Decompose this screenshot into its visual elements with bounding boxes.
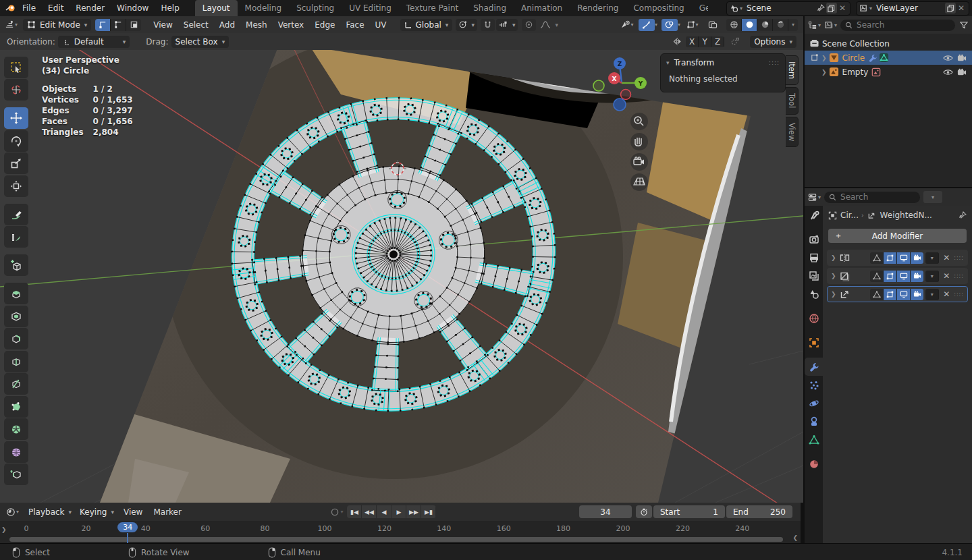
mesh-edit-overlays-dropdown[interactable]: ▾ — [684, 19, 701, 31]
object-name[interactable]: Empty — [842, 67, 869, 77]
tool-smooth[interactable] — [4, 441, 28, 463]
show-in-render-toggle[interactable] — [911, 252, 923, 264]
drag-dropdown[interactable]: Select Box▾ — [171, 36, 230, 48]
mode-selector[interactable]: Edit Mode▾ — [23, 19, 91, 31]
workspace-tab-animation[interactable]: Animation — [514, 0, 570, 16]
collapse-chevron-icon[interactable]: ▾ — [666, 59, 670, 66]
show-in-viewport-toggle[interactable] — [897, 252, 911, 264]
workspace-tab-shading[interactable]: Shading — [466, 0, 514, 16]
filter-icon[interactable] — [959, 20, 969, 30]
show-gizmo-toggle[interactable] — [639, 19, 655, 31]
new-scene-icon[interactable] — [826, 3, 837, 13]
new-viewlayer-icon[interactable] — [945, 3, 956, 13]
viewport-menu-edge[interactable]: Edge — [309, 20, 340, 30]
timeline-expand-arrow[interactable]: ❯ — [1, 526, 7, 533]
properties-tab-scene[interactable] — [805, 285, 823, 303]
show-overlays-toggle[interactable] — [662, 19, 678, 31]
show-in-render-toggle[interactable] — [911, 271, 923, 282]
workspace-tab-rendering[interactable]: Rendering — [570, 0, 626, 16]
pivot-point-dropdown[interactable]: ▾ — [456, 19, 477, 31]
timeline-scrollbar[interactable] — [9, 537, 783, 542]
tool-add-cube[interactable] — [4, 254, 28, 276]
shading-dropdown[interactable]: ▾ — [788, 19, 798, 31]
modifier-extras-dropdown[interactable]: ▾ — [925, 252, 939, 264]
delete-modifier-icon[interactable]: ✕ — [941, 289, 952, 300]
next-keyframe-button[interactable]: ▶▶ — [406, 505, 421, 518]
use-preview-range-icon[interactable] — [636, 505, 652, 518]
properties-tab-constraints[interactable] — [805, 412, 823, 430]
timeline-marker-menu[interactable]: Marker — [148, 507, 186, 517]
snap-base-icon[interactable] — [730, 36, 740, 47]
tool-transform[interactable] — [4, 175, 28, 197]
expand-chevron-icon[interactable]: ❯ — [831, 273, 836, 279]
pin-id-icon[interactable] — [957, 210, 968, 221]
properties-tab-particles[interactable] — [805, 376, 823, 394]
add-modifier-button[interactable]: ＋ Add Modifier — [828, 229, 967, 243]
properties-tab-output[interactable] — [805, 248, 823, 267]
timeline-ruler[interactable]: ❯ ❮ 02040608010012014016018020022024034 — [0, 521, 801, 543]
properties-tab-render[interactable] — [805, 230, 823, 248]
breadcrumb-modifier[interactable]: WeightedN... — [880, 211, 932, 220]
camera-icon[interactable] — [957, 54, 967, 62]
timeline-view-menu[interactable]: View — [118, 507, 148, 517]
start-frame-field[interactable]: Start1 — [653, 505, 725, 518]
eye-icon[interactable] — [943, 54, 953, 62]
tool-scale[interactable] — [4, 152, 28, 174]
tool-edge-slide[interactable] — [4, 464, 28, 485]
workspace-tab-compositing[interactable]: Compositing — [626, 0, 691, 16]
viewport-menu-mesh[interactable]: Mesh — [240, 20, 273, 30]
end-frame-field[interactable]: End250 — [726, 505, 792, 518]
tool-spin[interactable] — [4, 418, 28, 440]
editor-type-3dview-icon[interactable] — [4, 20, 15, 30]
expand-chevron-icon[interactable]: ❯ — [831, 254, 836, 261]
properties-tab-tool[interactable] — [805, 206, 823, 224]
viewport-menu-view[interactable]: View — [148, 20, 178, 30]
workspace-tab-texture-paint[interactable]: Texture Paint — [399, 0, 466, 16]
tool-bevel[interactable] — [4, 328, 28, 349]
properties-tab-world[interactable] — [805, 309, 823, 327]
modifier-extras-dropdown[interactable]: ▾ — [925, 289, 939, 300]
breadcrumb-object[interactable]: Cir... — [840, 211, 859, 220]
properties-tab-modifiers[interactable] — [805, 358, 823, 376]
modifier-drag-handle[interactable]: :::: — [954, 273, 964, 279]
object-type-visibility-dropdown[interactable]: ▾ — [619, 19, 635, 31]
viewport-menu-vertex[interactable]: Vertex — [273, 20, 310, 30]
tool-cursor[interactable] — [4, 79, 28, 101]
properties-tab-material[interactable] — [805, 455, 823, 473]
vertex-select-mode-icon[interactable] — [95, 19, 111, 31]
proportional-edit-toggle[interactable] — [522, 19, 536, 31]
workspace-tab-geometry-nodes[interactable]: Geometry Nodes — [692, 0, 708, 16]
outliner-display-mode-icon[interactable] — [807, 20, 818, 30]
tool-rotate[interactable] — [4, 130, 28, 152]
delete-modifier-icon[interactable]: ✕ — [941, 271, 952, 281]
show-on-cage-toggle[interactable] — [870, 289, 884, 300]
show-in-render-toggle[interactable] — [911, 289, 923, 300]
topbar-menu-file[interactable]: File — [16, 3, 42, 13]
tool-extrude-region[interactable] — [4, 283, 28, 304]
show-in-editmode-toggle[interactable] — [884, 252, 897, 264]
playhead[interactable]: 34 — [117, 522, 138, 532]
snap-toggle[interactable] — [481, 19, 495, 31]
play-reverse-button[interactable]: ◀ — [377, 505, 392, 518]
snap-settings-dropdown[interactable]: ▾ — [496, 19, 518, 31]
material-shading-icon[interactable] — [757, 19, 773, 31]
modifier-drag-handle[interactable]: :::: — [954, 255, 964, 261]
delete-modifier-icon[interactable]: ✕ — [941, 252, 952, 263]
tool-loop-cut[interactable] — [4, 351, 28, 372]
show-in-viewport-toggle[interactable] — [897, 271, 911, 282]
tool-tweak-select[interactable] — [4, 57, 28, 78]
current-frame-field[interactable]: 34 — [579, 505, 632, 518]
viewport-menu-face[interactable]: Face — [340, 20, 369, 30]
blender-logo-icon[interactable] — [5, 3, 16, 13]
properties-editor-type-icon[interactable] — [807, 192, 818, 202]
unlink-scene-icon[interactable]: ✕ — [837, 3, 848, 13]
jump-to-start-button[interactable]: ▮◀ — [347, 505, 362, 518]
options-dropdown[interactable]: Options▾ — [750, 36, 796, 48]
modifier-drag-handle[interactable]: :::: — [954, 291, 964, 298]
viewport-menu-select[interactable]: Select — [178, 20, 214, 30]
sidebar-tab-tool[interactable]: Tool — [786, 87, 799, 114]
prev-keyframe-button[interactable]: ◀◀ — [362, 505, 377, 518]
topbar-menu-help[interactable]: Help — [155, 3, 185, 13]
jump-to-end-button[interactable]: ▶▮ — [421, 505, 436, 518]
outliner-filter-mode-icon[interactable] — [824, 20, 834, 30]
